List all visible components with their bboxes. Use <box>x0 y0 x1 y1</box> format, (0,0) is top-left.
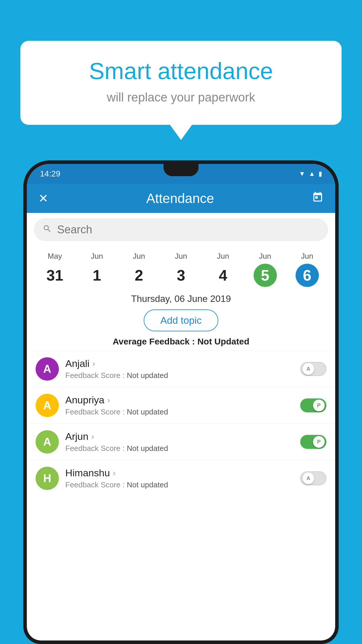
student-info: Arjun ›Feedback Score : Not updated <box>65 431 300 453</box>
cal-month: May <box>34 252 76 261</box>
calendar-row: May31Jun1Jun2Jun3Jun4Jun5Jun6 <box>27 246 335 287</box>
search-bar[interactable] <box>34 218 328 241</box>
avg-feedback-value: Not Updated <box>197 337 249 346</box>
attendance-toggle[interactable]: P <box>300 435 326 449</box>
cal-date[interactable]: 2 <box>127 264 151 287</box>
toggle-knob: P <box>313 436 325 448</box>
close-button[interactable]: ✕ <box>38 192 48 205</box>
phone-frame: 14:29 ▼ ▲ ▮ ✕ Attendance <box>23 160 339 644</box>
student-name: Anjali › <box>65 358 300 369</box>
attendance-toggle[interactable]: P <box>300 398 326 412</box>
toggle-knob: A <box>303 363 314 375</box>
selected-date-label: Thursday, 06 June 2019 <box>27 293 335 304</box>
cal-month: Jun <box>118 252 160 261</box>
student-name: Himanshu › <box>65 467 300 479</box>
add-topic-button[interactable]: Add topic <box>144 309 218 331</box>
toggle-switch[interactable]: P <box>300 435 326 449</box>
status-bar: 14:29 ▼ ▲ ▮ <box>27 164 335 184</box>
calendar-icon[interactable] <box>312 191 324 206</box>
student-name: Anupriya › <box>65 394 300 406</box>
phone-screen: 14:29 ▼ ▲ ▮ ✕ Attendance <box>27 164 335 640</box>
cal-date[interactable]: 3 <box>169 264 193 287</box>
avg-feedback: Average Feedback : Not Updated <box>27 337 335 346</box>
student-item[interactable]: AArjun ›Feedback Score : Not updatedP <box>27 424 335 460</box>
cal-month: Jun <box>76 252 118 261</box>
chevron-icon: › <box>107 396 110 405</box>
status-icons: ▼ ▲ ▮ <box>299 170 322 178</box>
chevron-icon: › <box>92 359 95 368</box>
app-header: ✕ Attendance <box>27 184 335 213</box>
attendance-toggle[interactable]: A <box>300 471 326 485</box>
cal-month: Jun <box>160 252 202 261</box>
feedback-score: Feedback Score : Not updated <box>65 444 300 453</box>
toggle-switch[interactable]: A <box>300 471 326 485</box>
search-input[interactable] <box>57 223 319 236</box>
avg-feedback-prefix: Average Feedback : <box>113 337 197 346</box>
signal-icon: ▲ <box>309 170 315 178</box>
phone-notch <box>164 164 198 176</box>
student-avatar: A <box>36 394 59 417</box>
search-icon <box>43 224 52 236</box>
calendar-day[interactable]: May31 <box>34 252 76 287</box>
calendar-day[interactable]: Jun6 <box>286 252 328 287</box>
cal-date[interactable]: 31 <box>43 264 66 287</box>
student-name: Arjun › <box>65 431 300 442</box>
bubble-subtitle: will replace your paperwork <box>44 90 318 104</box>
student-list: AAnjali ›Feedback Score : Not updatedAAA… <box>27 351 335 640</box>
wifi-icon: ▼ <box>299 170 305 178</box>
student-avatar: A <box>36 357 59 381</box>
cal-month: Jun <box>286 252 328 261</box>
speech-bubble-container: Smart attendance will replace your paper… <box>20 41 342 125</box>
toggle-knob: P <box>313 400 325 411</box>
student-info: Himanshu ›Feedback Score : Not updated <box>65 467 300 489</box>
toggle-switch[interactable]: P <box>300 398 326 412</box>
student-item[interactable]: AAnjali ›Feedback Score : Not updatedA <box>27 351 335 387</box>
cal-date[interactable]: 6 <box>296 264 319 287</box>
cal-date[interactable]: 1 <box>85 264 108 287</box>
student-item[interactable]: AAnupriya ›Feedback Score : Not updatedP <box>27 387 335 424</box>
speech-bubble: Smart attendance will replace your paper… <box>20 41 342 125</box>
battery-icon: ▮ <box>319 170 322 178</box>
feedback-score: Feedback Score : Not updated <box>65 480 300 489</box>
bubble-title: Smart attendance <box>44 58 318 84</box>
student-info: Anjali ›Feedback Score : Not updated <box>65 358 300 380</box>
calendar-day[interactable]: Jun2 <box>118 252 160 287</box>
status-time: 14:29 <box>40 169 60 178</box>
toggle-switch[interactable]: A <box>300 362 326 376</box>
attendance-toggle[interactable]: A <box>300 362 326 376</box>
calendar-day[interactable]: Jun5 <box>244 252 286 287</box>
student-avatar: A <box>36 430 59 454</box>
chevron-icon: › <box>91 432 94 441</box>
calendar-day[interactable]: Jun1 <box>76 252 118 287</box>
feedback-score: Feedback Score : Not updated <box>65 371 300 380</box>
phone-inner: 14:29 ▼ ▲ ▮ ✕ Attendance <box>27 164 335 640</box>
header-title: Attendance <box>146 190 214 206</box>
student-avatar: H <box>36 467 59 490</box>
cal-date[interactable]: 5 <box>254 264 277 287</box>
cal-month: Jun <box>244 252 286 261</box>
chevron-icon: › <box>113 468 115 478</box>
student-item[interactable]: HHimanshu ›Feedback Score : Not updatedA <box>27 460 335 496</box>
calendar-day[interactable]: Jun3 <box>160 252 202 287</box>
cal-date[interactable]: 4 <box>211 264 235 287</box>
feedback-score: Feedback Score : Not updated <box>65 407 300 416</box>
calendar-day[interactable]: Jun4 <box>202 252 244 287</box>
student-info: Anupriya ›Feedback Score : Not updated <box>65 394 300 416</box>
toggle-knob: A <box>303 473 314 484</box>
cal-month: Jun <box>202 252 244 261</box>
